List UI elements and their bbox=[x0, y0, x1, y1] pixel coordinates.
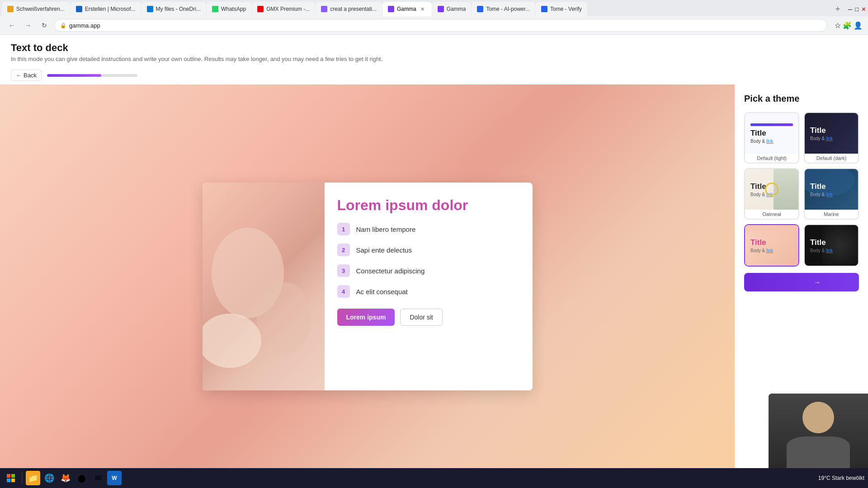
browser-tab-tab9[interactable]: Tome - AI-power... bbox=[472, 2, 535, 16]
theme-body-marine: Body & link bbox=[810, 192, 853, 197]
theme-grid: Title Body & link Default (light) Title … bbox=[744, 112, 859, 267]
continue-button[interactable]: Continue → bbox=[744, 273, 859, 291]
tab-close-button[interactable]: ✕ bbox=[419, 5, 426, 13]
browser-chrome: Schweißverfahren...Erstellen | Microsof.… bbox=[0, 0, 868, 35]
slide-items: 1 Nam libero tempore 2 Sapi ente delectu… bbox=[337, 223, 520, 298]
user-avatar[interactable]: 👤 bbox=[854, 21, 863, 30]
tab-title: Schweißverfahren... bbox=[16, 6, 65, 12]
tab-favicon bbox=[388, 6, 394, 12]
theme-title-warm: Title bbox=[750, 238, 793, 247]
back-button[interactable]: ← Back bbox=[11, 70, 42, 81]
tab-title: Erstellen | Microsof... bbox=[85, 6, 136, 12]
close-window-button[interactable]: ✕ bbox=[861, 6, 866, 13]
theme-card-marine[interactable]: Title Body & link Marine bbox=[804, 168, 859, 220]
video-head bbox=[802, 402, 834, 433]
theme-link-default-light: link bbox=[766, 139, 773, 144]
theme-label-oatmeal: Oatmeal bbox=[745, 210, 798, 219]
slide-item: 3 Consectetur adipiscing bbox=[337, 264, 520, 277]
theme-title-marine: Title bbox=[810, 182, 853, 191]
new-tab-button[interactable]: + bbox=[831, 3, 844, 15]
tab-favicon bbox=[257, 6, 264, 12]
theme-link-default-dark: link bbox=[826, 136, 833, 141]
slide-secondary-button[interactable]: Dolor sit bbox=[400, 309, 442, 326]
theme-card-default-light[interactable]: Title Body & link Default (light) bbox=[744, 112, 799, 164]
browser-tab-tab2[interactable]: Erstellen | Microsof... bbox=[71, 2, 141, 16]
browser-tab-tab5[interactable]: GMX Premium -... bbox=[252, 2, 315, 16]
page-subtitle: In this mode you can give detailed instr… bbox=[11, 56, 857, 62]
browser-tab-tab8[interactable]: Gamma bbox=[432, 2, 472, 16]
chrome-icon[interactable]: ⬤ bbox=[75, 471, 89, 485]
minimize-button[interactable]: ─ bbox=[848, 6, 852, 13]
theme-body-default-light: Body & link bbox=[750, 139, 793, 144]
theme-preview-default-light: Title Body & link bbox=[745, 113, 798, 154]
maximize-button[interactable]: □ bbox=[855, 6, 859, 13]
mail-icon[interactable]: ✉ bbox=[91, 471, 105, 485]
slide-item: 4 Ac elit consequat bbox=[337, 285, 520, 298]
progress-fill bbox=[47, 74, 101, 77]
forward-nav-button[interactable]: → bbox=[22, 19, 34, 32]
theme-label-default-light: Default (light) bbox=[745, 154, 798, 163]
file-explorer-icon[interactable]: 📁 bbox=[26, 471, 40, 485]
url-bar[interactable]: 🔒 gamma.app bbox=[54, 19, 827, 32]
tab-title: Tome - Verify bbox=[550, 6, 582, 12]
tab-title: WhatsApp bbox=[221, 6, 246, 12]
app-header: Text to deck In this mode you can give d… bbox=[0, 35, 868, 66]
theme-body-default-dark: Body & link bbox=[810, 136, 853, 141]
slide-buttons: Lorem ipsum Dolor sit bbox=[337, 309, 520, 326]
extensions-icon[interactable]: 🧩 bbox=[843, 21, 852, 30]
weather-info: 19°C Stark bewölkt bbox=[818, 475, 864, 481]
start-menu-button[interactable] bbox=[4, 471, 18, 485]
browser-icon[interactable]: 🌐 bbox=[42, 471, 57, 485]
browser-tab-tab10[interactable]: Tome - Verify bbox=[536, 2, 587, 16]
theme-label-default-dark: Default (dark) bbox=[805, 154, 858, 163]
browser-tab-tab1[interactable]: Schweißverfahren... bbox=[2, 2, 70, 16]
tab-favicon bbox=[541, 6, 547, 12]
tab-favicon bbox=[438, 6, 444, 12]
theme-card-oatmeal[interactable]: Title Body & link Oatmeal bbox=[744, 168, 799, 220]
theme-title-dark2: Title bbox=[810, 238, 853, 247]
theme-preview-marine: Title Body & link bbox=[805, 169, 858, 210]
slide-item-text: Nam libero tempore bbox=[356, 225, 416, 233]
theme-preview-oatmeal: Title Body & link bbox=[745, 169, 798, 210]
tab-title: Gamma bbox=[447, 6, 466, 12]
theme-card-default-dark[interactable]: Title Body & link Default (dark) bbox=[804, 112, 859, 164]
light-theme-bar bbox=[750, 123, 793, 126]
theme-label-marine: Marine bbox=[805, 210, 858, 219]
url-text: gamma.app bbox=[69, 22, 100, 29]
tab-favicon bbox=[477, 6, 483, 12]
slide-content: Lorem ipsum dolor 1 Nam libero tempore 2… bbox=[325, 183, 533, 390]
tab-title: creat a presentati... bbox=[330, 6, 377, 12]
toolbar-icons: ☆ 🧩 👤 bbox=[835, 21, 863, 30]
firefox-icon[interactable]: 🦊 bbox=[58, 471, 73, 485]
tab-favicon bbox=[321, 6, 327, 12]
tab-favicon bbox=[76, 6, 82, 12]
slide-item: 1 Nam libero tempore bbox=[337, 223, 520, 235]
slide-item-number: 3 bbox=[337, 264, 350, 277]
slide-item-number: 2 bbox=[337, 244, 350, 256]
progress-bar bbox=[47, 74, 137, 77]
browser-tab-tab4[interactable]: WhatsApp bbox=[207, 2, 251, 16]
theme-card-warm[interactable]: Title Body & link bbox=[744, 224, 799, 267]
theme-link-dark2: link bbox=[826, 248, 833, 253]
theme-card-dark2[interactable]: Title Body & link bbox=[804, 224, 859, 267]
theme-link-warm: link bbox=[766, 248, 773, 253]
cursor-overlay bbox=[765, 183, 778, 196]
theme-panel-title: Pick a theme bbox=[744, 94, 859, 104]
browser-tab-tab6[interactable]: creat a presentati... bbox=[316, 2, 382, 16]
video-shoulders bbox=[787, 436, 850, 468]
theme-body-dark2: Body & link bbox=[810, 248, 853, 253]
video-person bbox=[769, 394, 868, 468]
theme-title-default-light: Title bbox=[750, 129, 793, 138]
address-bar: ← → ↻ 🔒 gamma.app ☆ 🧩 👤 bbox=[0, 16, 868, 34]
slide-item-text: Sapi ente delectus bbox=[356, 246, 412, 254]
bookmark-icon[interactable]: ☆ bbox=[835, 21, 841, 30]
reload-button[interactable]: ↻ bbox=[38, 19, 51, 32]
back-nav-button[interactable]: ← bbox=[5, 19, 18, 32]
tab-title: My files - OneDri... bbox=[156, 6, 201, 12]
theme-body-warm: Body & link bbox=[750, 248, 793, 253]
browser-tab-tab7[interactable]: Gamma✕ bbox=[382, 2, 432, 16]
slide-primary-button[interactable]: Lorem ipsum bbox=[337, 309, 395, 326]
browser-tab-tab3[interactable]: My files - OneDri... bbox=[142, 2, 206, 16]
word-icon[interactable]: W bbox=[107, 471, 122, 485]
slide-title: Lorem ipsum dolor bbox=[337, 197, 520, 214]
